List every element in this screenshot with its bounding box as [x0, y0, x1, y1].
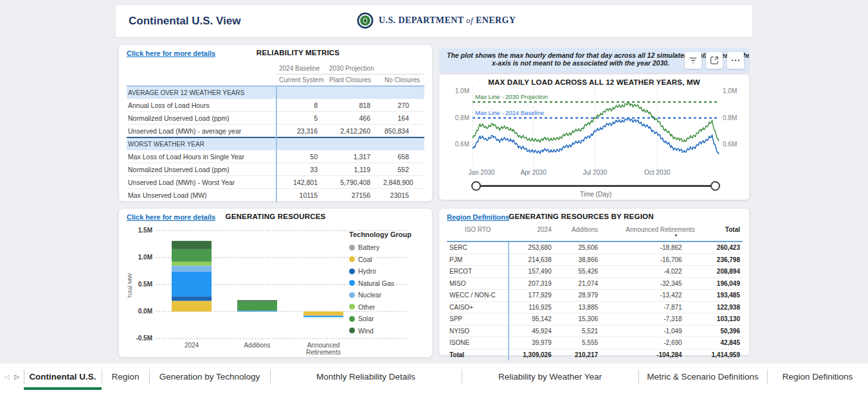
region-row-wecc-non-c[interactable]: WECC / NON-C177,92928,979-13,422193,485 [447, 290, 743, 302]
bar-segment-additions-natural-gas[interactable] [237, 311, 277, 312]
focus-mode-icon[interactable] [706, 52, 723, 69]
legend-item-natural-gas[interactable]: Natural Gas [349, 277, 429, 290]
metric-row-annual-loss-of-load-hours[interactable]: Annual Loss of Load Hours8818270 [127, 99, 424, 112]
section-row-worst-weather-year[interactable]: WORST WEATHER YEAR [127, 137, 424, 150]
region-row-ercot[interactable]: ERCOT157,49055,426-4,022208,894 [447, 266, 743, 278]
value-additions: 15,306 [561, 313, 603, 326]
bar-segment-announced-retirements-natural-gas[interactable] [303, 316, 343, 317]
load-chart-note-banner: The plot shows the max hourly demand for… [439, 48, 749, 73]
metric-row-unserved-load-mwh-worst-year[interactable]: Unserved Load (MWh) - Worst Year142,8015… [127, 176, 424, 189]
region-row-pjm[interactable]: PJM214,63838,866-16,706236,798 [447, 254, 743, 266]
series-2024-baseline[interactable] [473, 118, 719, 154]
tabs-scroll-left-button[interactable]: ◁ [3, 373, 11, 382]
metric-value: 50 [276, 150, 327, 163]
region-row-miso[interactable]: MISO207,31921,074-32,345196,049 [447, 277, 743, 290]
total-value: 210,217 [561, 349, 603, 360]
tab-continental-u-s[interactable]: Continental U.S. [24, 364, 102, 390]
region-row-serc[interactable]: SERC253,68025,606-18,862260,423 [447, 242, 743, 254]
col-header-additions[interactable]: Additions [561, 224, 603, 242]
tab-region[interactable]: Region [102, 364, 149, 390]
region-name: ERCOT [447, 266, 509, 278]
tab-monthly-reliability-details[interactable]: Monthly Reliability Details [270, 364, 462, 390]
page-tabs: Continental U.S.RegionGeneration by Tech… [24, 364, 868, 390]
col-header-total[interactable]: Total [695, 224, 743, 242]
bar-segment-2024-natural-gas[interactable] [172, 272, 212, 297]
region-row-nyiso[interactable]: NYISO45,9245,521-1,04950,396 [447, 325, 743, 337]
resources-by-region-title: GENERATING RESOURCES BY REGION [439, 213, 723, 220]
metric-row-unserved-load-mwh-average-year[interactable]: Unserved Load (MWh) - average year23,316… [127, 125, 424, 138]
col-header-iso-rto[interactable]: ISO RTO [447, 224, 509, 242]
tab-region-definitions[interactable]: Region Definitions [767, 364, 868, 390]
time-axis-label: Time (Day) [473, 191, 719, 198]
slider-handle-right[interactable] [710, 181, 720, 191]
tab-generation-by-technology[interactable]: Generation by Technology [149, 364, 270, 390]
bar-segment-2024-hydro[interactable] [172, 296, 212, 301]
metric-name: Unserved Load (MWh) - Worst Year [127, 176, 276, 189]
col-header-2024[interactable]: 2024 [509, 224, 560, 242]
y-tick-left: 0.8M [455, 114, 469, 121]
metric-row-max-loss-of-load-hours-in-single-year[interactable]: Max Loss of Load Hours in Single Year501… [127, 150, 424, 163]
tab-metric-scenario-definitions[interactable]: Metric & Scenario Definitions [638, 364, 767, 390]
x-category-announced-retirements: AnnouncedRetirements [306, 342, 341, 356]
metric-name: Normalized Unserved Load (ppm) [127, 112, 276, 125]
value-retirements: -7,318 [603, 313, 695, 326]
value-2024: 207,319 [509, 277, 560, 290]
bar-segment-2024-wind[interactable] [172, 241, 212, 249]
y-tick-right: 1.0M [723, 87, 737, 94]
legend-item-hydro[interactable]: Hydro [349, 265, 429, 277]
report-page-tabbar: ◁ ▷ Continental U.S.RegionGeneration by … [0, 364, 868, 404]
tab-reliability-by-weather-year[interactable]: Reliability by Weather Year [462, 364, 638, 390]
legend-item-solar[interactable]: Solar [349, 313, 429, 325]
sort-descending-icon[interactable]: ▼ [603, 233, 695, 238]
region-row-isone[interactable]: ISONE39,9795,555-2,69042,845 [447, 337, 743, 349]
bar-segment-2024-nuclear[interactable] [172, 266, 212, 272]
region-total-row[interactable]: Total1,309,026210,217-104,2841,414,959 [447, 349, 743, 360]
active-tab-underline [24, 387, 102, 391]
load-line-chart[interactable]: 1.0M1.0M0.8M0.8M0.6M0.6MMax Line - 2030 … [446, 85, 743, 180]
legend-dot-natural-gas [349, 280, 355, 286]
legend-dot-solar [349, 316, 355, 322]
bar-segment-announced-retirements-coal[interactable] [303, 312, 343, 316]
tabs-scroll-right-button[interactable]: ▷ [14, 373, 21, 382]
metric-value: 164 [382, 112, 424, 125]
region-row-caiso[interactable]: CAISO+116,92513,885-7,871122,938 [447, 301, 743, 313]
col-header-announced-retirements[interactable]: Announced Retirements▼ [603, 224, 695, 242]
legend-item-battery[interactable]: Battery [349, 242, 429, 254]
value-additions: 5,521 [561, 325, 603, 337]
value-retirements: -18,862 [603, 242, 695, 254]
slider-track[interactable] [475, 185, 716, 187]
metric-value: 850,834 [382, 125, 424, 138]
reliability-metrics-title: RELIABILITY METRICS [164, 49, 432, 57]
value-additions: 5,555 [561, 337, 603, 349]
legend-dot-other [349, 304, 355, 310]
more-options-icon[interactable] [727, 52, 744, 69]
bar-segment-2024-solar[interactable] [172, 249, 212, 262]
metric-row-normalized-unserved-load-ppm[interactable]: Normalized Unserved Load (ppm)5466164 [127, 112, 424, 125]
legend-title: Technology Group [349, 231, 429, 238]
legend-item-nuclear[interactable]: Nuclear [349, 289, 429, 301]
bar-segment-additions-wind[interactable] [237, 300, 277, 301]
legend-item-coal[interactable]: Coal [349, 254, 429, 266]
region-name: SPP [447, 313, 509, 326]
metric-row-normalized-unserved-load-ppm[interactable]: Normalized Unserved Load (ppm)331,119552 [127, 163, 424, 176]
section-row-average-over-12-weather-years[interactable]: AVERAGE OVER 12 WEATHER YEARS [127, 86, 424, 99]
metric-row-max-unserved-load-mw[interactable]: Max Unserved Load (MW)101152715623015 [127, 189, 424, 202]
bar-segment-2024-coal[interactable] [172, 301, 212, 312]
legend-item-wind[interactable]: Wind [349, 325, 429, 337]
legend-item-other[interactable]: Other [349, 301, 429, 313]
legend-label: Wind [358, 327, 374, 335]
cell [327, 137, 382, 150]
cell [127, 63, 276, 75]
tab-label: Monthly Reliability Details [316, 372, 415, 382]
bar-segment-2024-other[interactable] [172, 262, 212, 266]
value-retirements: -7,871 [603, 301, 695, 313]
region-row-spp[interactable]: SPP95,14215,306-7,318103,130 [447, 313, 743, 326]
bar-segment-additions-solar[interactable] [237, 301, 277, 310]
slider-handle-left[interactable] [471, 181, 481, 191]
metric-value: 466 [327, 112, 382, 125]
legend-dot-battery [349, 245, 355, 250]
filter-icon[interactable] [685, 52, 701, 69]
cell [327, 86, 382, 99]
x-tick-jul-2030: Jul 2030 [583, 169, 608, 176]
time-range-slider [473, 181, 719, 191]
